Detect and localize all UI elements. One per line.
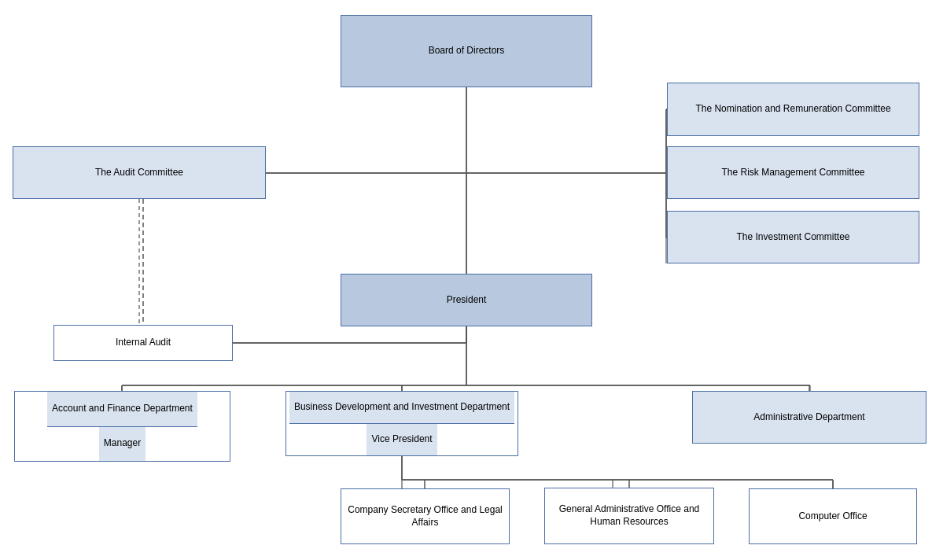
company-sec-box: Company Secretary Office and Legal Affai… [341, 488, 510, 544]
admin-dept-label: Administrative Department [753, 411, 864, 424]
account-finance-box: Account and Finance Department Manager [14, 391, 230, 462]
nomination-committee-box: The Nomination and Remuneration Committe… [667, 83, 919, 136]
investment-committee-box: The Investment Committee [667, 211, 919, 263]
audit-committee-box: The Audit Committee [13, 146, 266, 199]
internal-audit-label: Internal Audit [116, 337, 171, 349]
investment-committee-label: The Investment Committee [736, 231, 849, 244]
biz-dev-box: Business Development and Investment Depa… [285, 391, 518, 456]
biz-dev-top: Business Development and Investment Depa… [289, 392, 514, 424]
risk-committee-label: The Risk Management Committee [721, 167, 864, 179]
general-admin-box: General Administrative Office and Human … [544, 488, 714, 544]
computer-office-label: Computer Office [798, 510, 867, 523]
company-sec-label: Company Secretary Office and Legal Affai… [346, 504, 504, 529]
nomination-committee-label: The Nomination and Remuneration Committe… [695, 103, 890, 116]
org-chart: Board of Directors The Audit Committee T… [0, 0, 932, 560]
board-of-directors-box: Board of Directors [341, 15, 592, 87]
account-finance-bottom: Manager [99, 427, 146, 462]
general-admin-label: General Administrative Office and Human … [550, 503, 709, 528]
president-label: President [447, 294, 487, 307]
board-of-directors-label: Board of Directors [429, 45, 505, 57]
risk-committee-box: The Risk Management Committee [667, 146, 919, 199]
president-box: President [341, 274, 592, 326]
internal-audit-box: Internal Audit [53, 325, 233, 361]
account-finance-top: Account and Finance Department [47, 392, 197, 427]
audit-committee-label: The Audit Committee [95, 167, 183, 179]
biz-dev-bottom: Vice President [367, 424, 437, 455]
admin-dept-box: Administrative Department [692, 391, 926, 444]
computer-office-box: Computer Office [749, 488, 917, 544]
